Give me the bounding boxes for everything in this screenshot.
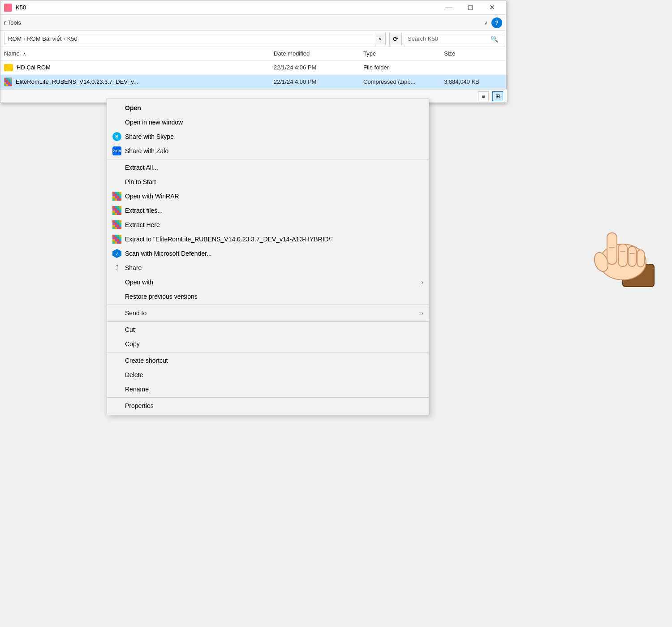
menu-item-properties[interactable]: Properties	[107, 399, 429, 413]
menu-label-open: Open	[125, 104, 141, 112]
minimize-button[interactable]: —	[439, 0, 459, 15]
zalo-icon: Zalo	[112, 146, 121, 155]
dropdown-arrow-toolbar: ∨	[484, 20, 488, 26]
menu-item-scan-defender[interactable]: ✓ Scan with Microsoft Defender...	[107, 246, 429, 261]
chevron-2: ›	[64, 36, 65, 42]
explorer-window: K50 — □ ✕ r Tools ∨ ? ROM › ROM Bài viết…	[0, 0, 506, 103]
menu-item-copy[interactable]: Copy	[107, 337, 429, 351]
col-name[interactable]: Name ∧	[4, 50, 274, 57]
winrar-icon-3	[112, 220, 121, 229]
menu-label-share: Share	[125, 264, 142, 271]
address-path[interactable]: ROM › ROM Bài viết › K50	[4, 33, 373, 45]
menu-item-open[interactable]: Open	[107, 101, 429, 115]
menu-label-extract-files: Extract files...	[125, 207, 163, 214]
pointing-hand	[582, 219, 663, 291]
arrow-send-to: ›	[421, 309, 423, 317]
menu-label-delete: Delete	[125, 371, 143, 378]
toolbar-label: r Tools	[4, 19, 21, 26]
file-name-cell: HD Cài ROM	[4, 64, 274, 71]
menu-item-share[interactable]: ⤴ Share	[107, 261, 429, 275]
winrar-file-icon	[4, 77, 12, 86]
svg-rect-3	[618, 244, 627, 266]
menu-item-cut[interactable]: Cut	[107, 322, 429, 337]
close-button[interactable]: ✕	[482, 0, 502, 15]
menu-item-extract-to[interactable]: Extract to "EliteRomLite_RUBENS_V14.0.23…	[107, 232, 429, 246]
menu-item-create-shortcut[interactable]: Create shortcut	[107, 353, 429, 368]
menu-label-restore-versions: Restore previous versions	[125, 293, 198, 300]
window-title: K50	[16, 4, 26, 11]
path-baiview[interactable]: ROM Bài viết	[27, 35, 61, 42]
list-view-button[interactable]: ≡	[478, 91, 489, 101]
winrar-logo	[112, 192, 121, 201]
window-icon	[4, 4, 12, 12]
separator-1	[107, 159, 429, 159]
menu-item-open-with[interactable]: Open with ›	[107, 275, 429, 289]
menu-label-share-zalo: Share with Zalo	[125, 147, 168, 155]
menu-item-extract-all[interactable]: Extract All...	[107, 160, 429, 175]
refresh-button[interactable]: ⟳	[389, 33, 402, 45]
toolbar-help: ∨ ?	[484, 17, 502, 28]
table-row[interactable]: HD Cài ROM 22/1/24 4:06 PM File folder	[0, 60, 506, 75]
menu-item-share-zalo[interactable]: Zalo Share with Zalo	[107, 144, 429, 158]
defender-icon: ✓	[112, 249, 121, 258]
menu-label-copy: Copy	[125, 340, 140, 348]
col-date[interactable]: Date modified	[274, 50, 363, 57]
menu-item-extract-files[interactable]: Extract files...	[107, 203, 429, 218]
menu-label-extract-all: Extract All...	[125, 164, 158, 171]
search-box[interactable]: 🔍	[404, 33, 502, 45]
title-bar: K50 — □ ✕	[0, 0, 506, 15]
winrar-icon-1	[112, 192, 121, 201]
menu-item-open-new-window[interactable]: Open in new window	[107, 115, 429, 129]
zip-icon	[4, 77, 12, 86]
defender-logo: ✓	[112, 249, 121, 258]
separator-2	[107, 305, 429, 305]
menu-label-scan-defender: Scan with Microsoft Defender...	[125, 250, 212, 257]
menu-label-open-winrar: Open with WinRAR	[125, 193, 179, 200]
file-type: Compressed (zipp...	[363, 78, 444, 85]
file-name-cell: EliteRomLite_RUBENS_V14.0.23.3.7_DEV_v..…	[4, 77, 274, 86]
file-list: HD Cài ROM 22/1/24 4:06 PM File folder	[0, 60, 506, 89]
menu-label-extract-to: Extract to "EliteRomLite_RUBENS_V14.0.23…	[125, 236, 333, 243]
col-type[interactable]: Type	[363, 50, 444, 57]
winrar-logo-2	[112, 206, 121, 215]
menu-label-cut: Cut	[125, 326, 135, 333]
context-menu: Open Open in new window S Share with Sky…	[107, 99, 429, 415]
winrar-icon-2	[112, 206, 121, 215]
file-date: 22/1/24 4:06 PM	[274, 64, 363, 71]
skype-logo: S	[112, 132, 121, 141]
svg-rect-5	[637, 250, 644, 267]
menu-item-share-skype[interactable]: S Share with Skype	[107, 129, 429, 144]
menu-item-rename[interactable]: Rename	[107, 382, 429, 396]
maximize-button[interactable]: □	[460, 0, 481, 15]
separator-4	[107, 352, 429, 352]
file-date: 22/1/24 4:00 PM	[274, 78, 363, 85]
menu-item-pin-start[interactable]: Pin to Start	[107, 175, 429, 189]
address-dropdown[interactable]: ∨	[375, 33, 386, 45]
winrar-icon-4	[112, 235, 121, 244]
menu-item-delete[interactable]: Delete	[107, 368, 429, 382]
share-icon: ⤴	[112, 263, 121, 272]
separator-3	[107, 321, 429, 322]
title-bar-left: K50	[4, 4, 26, 12]
file-size: 3,884,040 KB	[444, 78, 502, 85]
separator-5	[107, 397, 429, 398]
table-row[interactable]: EliteRomLite_RUBENS_V14.0.23.3.7_DEV_v..…	[0, 75, 506, 89]
details-view-button[interactable]: ⊞	[492, 91, 503, 101]
path-rom[interactable]: ROM	[8, 35, 22, 42]
col-size[interactable]: Size	[444, 50, 502, 57]
menu-label-send-to: Send to	[125, 309, 146, 317]
menu-item-restore-versions[interactable]: Restore previous versions	[107, 289, 429, 304]
menu-label-pin-start: Pin to Start	[125, 178, 156, 185]
menu-label-open-with: Open with	[125, 279, 153, 286]
search-input[interactable]	[408, 35, 489, 42]
winrar-logo-4	[112, 235, 121, 244]
column-headers: Name ∧ Date modified Type Size	[0, 47, 506, 60]
menu-item-send-to[interactable]: Send to ›	[107, 306, 429, 320]
menu-item-open-winrar[interactable]: Open with WinRAR	[107, 189, 429, 203]
arrow-open-with: ›	[421, 279, 423, 286]
path-k50[interactable]: K50	[67, 35, 78, 42]
sort-arrow: ∧	[23, 52, 26, 56]
title-bar-controls: — □ ✕	[439, 0, 502, 15]
help-button[interactable]: ?	[491, 17, 502, 28]
menu-item-extract-here[interactable]: Extract Here	[107, 218, 429, 232]
